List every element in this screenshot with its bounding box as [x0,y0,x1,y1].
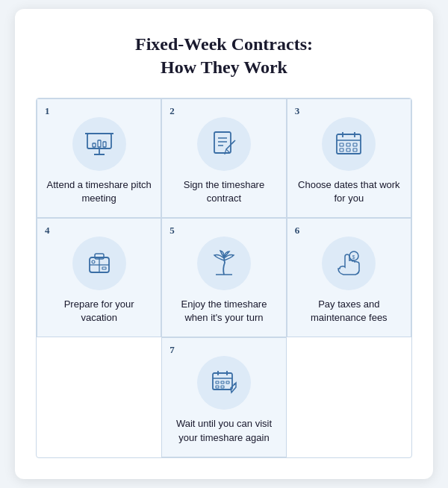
svg-rect-20 [353,143,357,146]
step-6-number: 6 [295,225,300,237]
svg-rect-18 [340,143,343,146]
step-7: 7 Wait unt [161,337,286,457]
step-3-label: Choose dates that work for you [295,178,403,205]
svg-rect-5 [98,140,101,147]
svg-rect-4 [93,143,96,147]
page-title: Fixed-Week Contracts: How They Work [36,33,412,79]
svg-point-28 [92,260,95,263]
svg-rect-7 [214,132,231,153]
step-2: 2 Sign the timeshare contract [161,98,286,218]
svg-rect-29 [102,267,106,269]
step-6-label: Pay taxes and maintenance fees [295,298,403,325]
svg-rect-37 [216,381,219,384]
step-2-label: Sign the timeshare contract [169,178,278,205]
svg-line-13 [232,142,234,143]
steps-grid: 1 Attend a timeshare pitch meeting 2 [36,98,412,458]
step-3: 3 Choose dates that work for you [287,98,411,218]
svg-rect-39 [226,381,229,384]
step-3-number: 3 [295,105,300,117]
step-7-icon [197,356,251,410]
svg-rect-40 [216,386,219,388]
svg-text:$: $ [352,254,355,260]
svg-rect-38 [221,381,224,384]
step-4-number: 4 [45,225,50,237]
step-5-icon [197,237,251,290]
svg-rect-41 [221,386,224,388]
step-3-icon [322,117,376,171]
main-card: Fixed-Week Contracts: How They Work 1 [15,9,433,479]
step-5: 5 Enjoy the timeshare when it's [161,218,286,337]
step-5-number: 5 [169,225,175,237]
step-7-label: Wait until you can visit your timeshare … [169,417,278,444]
step-1-icon [72,117,126,171]
svg-rect-23 [353,148,357,151]
svg-rect-19 [346,143,350,146]
step-2-icon [197,117,251,171]
svg-rect-22 [346,148,350,151]
svg-rect-21 [340,148,343,151]
step-4: 4 Prepare for your vacation [37,218,161,337]
step-1: 1 Attend a timeshare pitch meeting [37,98,161,218]
step-1-label: Attend a timeshare pitch meeting [45,178,153,205]
step-6-icon: $ [322,237,376,290]
svg-rect-0 [87,134,111,148]
step-7-number: 7 [169,344,175,356]
step-5-label: Enjoy the timeshare when it's your turn [169,298,278,325]
step-1-number: 1 [45,105,50,117]
step-4-label: Prepare for your vacation [45,298,153,325]
step-6: 6 $ Pay taxes and maintenance fees [287,218,411,337]
svg-rect-6 [103,142,106,147]
svg-point-42 [234,384,235,385]
step-4-icon [72,237,126,290]
step-2-number: 2 [169,105,175,117]
